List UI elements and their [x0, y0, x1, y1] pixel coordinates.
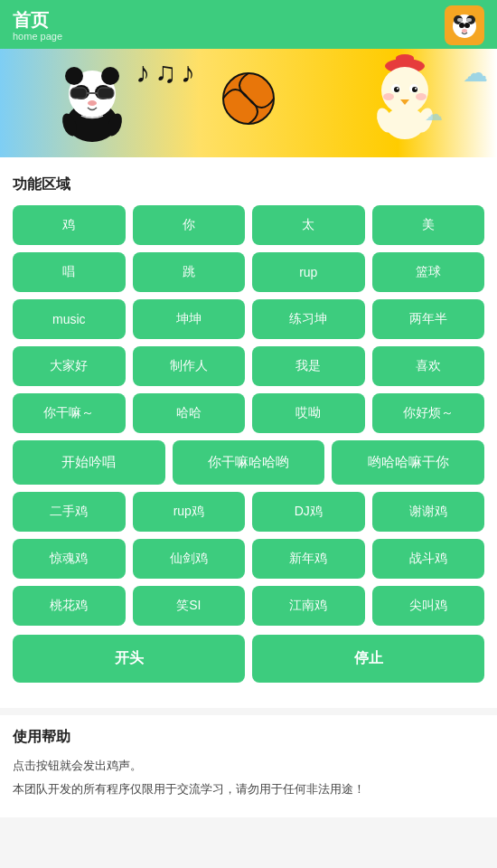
button-row-2: 唱 跳 rup 篮球 [13, 252, 484, 292]
btn-taoHuaJi[interactable]: 桃花鸡 [13, 586, 126, 626]
btn-rup[interactable]: rup [252, 252, 365, 292]
btn-tai[interactable]: 太 [252, 205, 365, 245]
svg-point-7 [462, 29, 467, 33]
banner-cloud: ☁ [463, 58, 488, 88]
main-content: 功能区域 鸡 你 太 美 唱 跳 rup 篮球 music 坤坤 练习坤 两年半… [0, 157, 497, 708]
btn-music[interactable]: music [13, 299, 126, 339]
btn-liangnianban[interactable]: 两年半 [372, 299, 485, 339]
stop-button[interactable]: 停止 [252, 635, 484, 683]
help-line-2: 本团队开发的所有程序仅限用于交流学习，请勿用于任何非法用途！ [13, 779, 484, 799]
btn-tiao[interactable]: 跳 [133, 252, 246, 292]
svg-point-5 [459, 23, 464, 28]
header-titles: 首页 home page [13, 9, 62, 42]
svg-rect-8 [457, 18, 463, 22]
button-row-7: 二手鸡 rup鸡 DJ鸡 谢谢鸡 [13, 492, 484, 532]
btn-haha[interactable]: 哈哈 [133, 393, 246, 433]
svg-point-31 [412, 87, 417, 92]
svg-point-26 [396, 54, 414, 61]
action-button-row: 开头 停止 [13, 635, 484, 683]
btn-yoahahamaganni[interactable]: 哟哈哈嘛干你 [332, 440, 484, 485]
btn-zhizuoren[interactable]: 制作人 [133, 346, 246, 386]
svg-point-32 [397, 88, 399, 90]
banner-basketball [221, 71, 276, 135]
btn-nigannahahayo[interactable]: 你干嘛哈哈哟 [173, 440, 325, 485]
banner-cloud2: ☁ [425, 103, 443, 125]
button-row-3: music 坤坤 练习坤 两年半 [13, 299, 484, 339]
svg-rect-17 [98, 88, 114, 99]
btn-jianJiaoJi[interactable]: 尖叫鸡 [372, 586, 485, 626]
btn-dajia[interactable]: 大家好 [13, 346, 126, 386]
svg-point-12 [65, 67, 83, 85]
btn-aiyou[interactable]: 哎呦 [252, 393, 365, 433]
banner: ♪ ♫ ♪ [0, 49, 497, 157]
svg-point-36 [416, 93, 427, 100]
btn-chang[interactable]: 唱 [13, 252, 126, 292]
page-title-en: home page [13, 31, 62, 42]
btn-xianJianJi[interactable]: 仙剑鸡 [133, 539, 246, 579]
help-line-1: 点击按钮就会发出鸡声。 [13, 756, 484, 776]
btn-lianxikun[interactable]: 练习坤 [252, 299, 365, 339]
page-title-zh: 首页 [13, 9, 62, 31]
banner-music-notes: ♪ ♫ ♪ [136, 56, 193, 90]
header: 首页 home page [0, 0, 497, 49]
svg-point-33 [415, 88, 417, 90]
svg-point-13 [101, 67, 119, 85]
btn-nihaofan[interactable]: 你好烦～ [372, 393, 485, 433]
btn-lanqiu[interactable]: 篮球 [372, 252, 485, 292]
btn-jinghunJi[interactable]: 惊魂鸡 [13, 539, 126, 579]
btn-ni[interactable]: 你 [133, 205, 246, 245]
btn-woshi[interactable]: 我是 [252, 346, 365, 386]
btn-erShouJi[interactable]: 二手鸡 [13, 492, 126, 532]
functional-area-title: 功能区域 [13, 175, 484, 194]
btn-xinNianJi[interactable]: 新年鸡 [252, 539, 365, 579]
btn-xIexIeJi[interactable]: 谢谢鸡 [372, 492, 485, 532]
button-row-1: 鸡 你 太 美 [13, 205, 484, 245]
btn-xiaoSI[interactable]: 笑SI [133, 586, 246, 626]
svg-point-6 [464, 23, 470, 28]
start-button[interactable]: 开头 [13, 635, 245, 683]
panda-icon [446, 7, 483, 43]
help-title: 使用帮助 [13, 728, 484, 747]
button-row-8: 惊魂鸡 仙剑鸡 新年鸡 战斗鸡 [13, 539, 484, 579]
btn-kunkun[interactable]: 坤坤 [133, 299, 246, 339]
btn-rupJi[interactable]: rup鸡 [133, 492, 246, 532]
svg-point-35 [383, 93, 394, 100]
svg-rect-9 [466, 18, 472, 22]
help-section: 使用帮助 点击按钮就会发出鸡声。 本团队开发的所有程序仅限用于交流学习，请勿用于… [0, 715, 497, 817]
button-row-4: 大家好 制作人 我是 喜欢 [13, 346, 484, 386]
banner-inner: ♪ ♫ ♪ [0, 49, 497, 157]
svg-point-19 [88, 100, 97, 106]
btn-djJi[interactable]: DJ鸡 [252, 492, 365, 532]
svg-point-30 [394, 87, 399, 92]
banner-panda [56, 54, 128, 152]
button-row-6: 开始吟唱 你干嘛哈哈哟 哟哈哈嘛干你 [13, 440, 484, 485]
btn-jiangNanJi[interactable]: 江南鸡 [252, 586, 365, 626]
svg-rect-16 [70, 88, 87, 99]
app-logo [445, 5, 484, 45]
btn-xihuan[interactable]: 喜欢 [372, 346, 485, 386]
btn-kaishiyinchang[interactable]: 开始吟唱 [13, 440, 165, 485]
button-row-5: 你干嘛～ 哈哈 哎呦 你好烦～ [13, 393, 484, 433]
btn-zhanDouJi[interactable]: 战斗鸡 [372, 539, 485, 579]
button-row-9: 桃花鸡 笑SI 江南鸡 尖叫鸡 [13, 586, 484, 626]
btn-ji[interactable]: 鸡 [13, 205, 126, 245]
btn-mei[interactable]: 美 [372, 205, 485, 245]
btn-niganna[interactable]: 你干嘛～ [13, 393, 126, 433]
